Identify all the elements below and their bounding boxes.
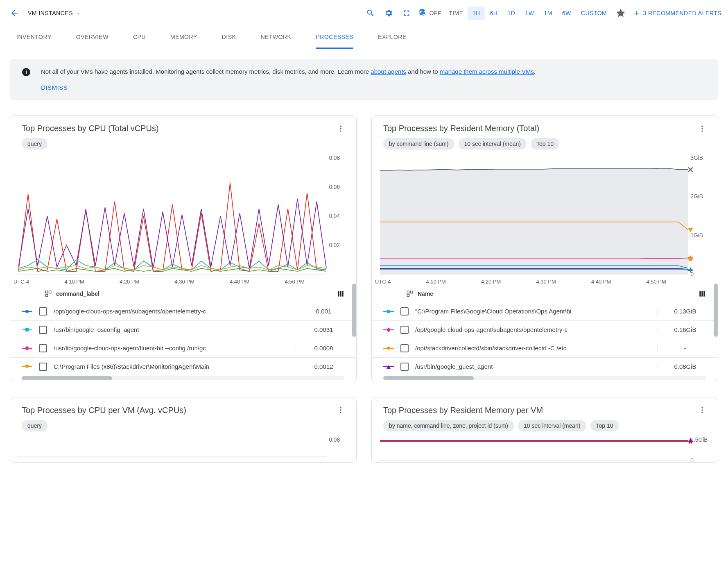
- card-more-button[interactable]: [698, 125, 706, 133]
- search-icon: [366, 9, 375, 18]
- tab-network[interactable]: NETWORK: [260, 26, 291, 49]
- series-checkbox[interactable]: [400, 307, 409, 315]
- x-axis: UTC-44:10 PM4:20 PM4:30 PM4:40 PM4:50 PM: [10, 276, 356, 286]
- filter-chip[interactable]: by command line (sum): [383, 138, 454, 150]
- gear-icon: [384, 9, 393, 18]
- dismiss-button[interactable]: DISMISS: [41, 83, 536, 93]
- svg-rect-14: [338, 291, 339, 296]
- series-checkbox[interactable]: [39, 307, 47, 315]
- fullscreen-icon: [402, 9, 411, 18]
- svg-rect-42: [699, 291, 701, 296]
- svg-text:3GiB: 3GiB: [690, 155, 703, 161]
- cards-grid: Top Processes by CPU (Total vCPUs)query0…: [0, 100, 728, 477]
- svg-rect-41: [407, 294, 409, 296]
- svg-rect-13: [45, 294, 47, 296]
- time-range-1h[interactable]: 1H: [468, 7, 485, 20]
- tab-cpu[interactable]: CPU: [133, 26, 146, 49]
- card-title: Top Processes by Resident Memory per VM: [383, 406, 543, 415]
- horizontal-scrollbar[interactable]: [22, 376, 345, 380]
- series-marker: [383, 364, 394, 370]
- svg-text:1.5GiB: 1.5GiB: [690, 436, 708, 443]
- filter-chip[interactable]: Top 10: [590, 420, 619, 431]
- series-value: -: [657, 345, 706, 352]
- series-name: /opt/stackdriver/collectd/sbin/stackdriv…: [415, 345, 651, 352]
- series-marker: [22, 309, 32, 314]
- filter-chip[interactable]: Top 10: [531, 138, 559, 150]
- tab-overview[interactable]: OVERVIEW: [76, 26, 109, 49]
- time-range-1m[interactable]: 1M: [539, 7, 557, 20]
- chart-area[interactable]: 0.08: [10, 436, 356, 458]
- svg-text:2GiB: 2GiB: [690, 193, 703, 200]
- favorite-button[interactable]: [612, 4, 630, 22]
- about-agents-link[interactable]: about agents: [371, 68, 406, 75]
- title-dropdown[interactable]: VM INSTANCES: [28, 10, 81, 16]
- svg-rect-40: [411, 291, 413, 293]
- svg-text:0: 0: [690, 457, 694, 462]
- time-range-custom[interactable]: CUSTOM: [576, 7, 612, 20]
- series-checkbox[interactable]: [400, 363, 409, 371]
- chart-card: Top Processes by CPU per VM (Avg. vCPUs)…: [10, 397, 357, 463]
- time-range-1d[interactable]: 1D: [502, 7, 520, 20]
- refresh-icon: [419, 9, 427, 17]
- svg-point-57: [701, 409, 703, 411]
- svg-text:0.06: 0.06: [329, 184, 340, 190]
- series-value: 0.08GiB: [657, 363, 706, 370]
- more-vert-icon: [337, 406, 345, 414]
- series-checkbox[interactable]: [39, 344, 47, 352]
- notice-body: Not all of your VMs have agents installe…: [41, 67, 536, 92]
- series-value: 0.13GiB: [657, 308, 706, 315]
- series-name: /usr/bin/google_osconfig_agent: [54, 326, 289, 333]
- tab-explore[interactable]: EXPLORE: [378, 26, 407, 49]
- filter-chip[interactable]: 10 sec interval (mean): [518, 420, 586, 431]
- svg-text:0.02: 0.02: [329, 242, 340, 248]
- tab-disk[interactable]: DISK: [222, 26, 236, 49]
- back-button[interactable]: [7, 5, 23, 21]
- filter-chip[interactable]: by name, command line, zone, project id …: [383, 420, 514, 431]
- card-title: Top Processes by CPU per VM (Avg. vCPUs): [22, 406, 186, 415]
- time-range-6w[interactable]: 6W: [557, 7, 576, 20]
- svg-rect-43: [701, 291, 703, 296]
- series-marker: [22, 345, 32, 351]
- legend-header: Name: [372, 286, 718, 302]
- chart-area[interactable]: 0.020.040.060.08: [10, 154, 356, 276]
- filter-chip[interactable]: query: [22, 420, 47, 431]
- series-value: 0.0008: [296, 345, 345, 352]
- arrow-left-icon: [10, 8, 20, 18]
- time-range-1w[interactable]: 1W: [520, 7, 539, 20]
- columns-icon[interactable]: [698, 290, 706, 298]
- legend-body: /opt/google-cloud-ops-agent/subagents/op…: [10, 302, 356, 376]
- tab-processes[interactable]: PROCESSES: [316, 26, 353, 49]
- manage-vms-link[interactable]: manage them across multiple VMs: [440, 68, 534, 75]
- card-more-button[interactable]: [337, 125, 345, 133]
- series-checkbox[interactable]: [400, 344, 409, 352]
- series-checkbox[interactable]: [400, 326, 409, 334]
- search-button[interactable]: [362, 4, 380, 22]
- settings-button[interactable]: [380, 4, 398, 22]
- legend-row: /opt/stackdriver/collectd/sbin/stackdriv…: [372, 339, 718, 358]
- horizontal-scrollbar[interactable]: [383, 376, 706, 380]
- auto-refresh-toggle[interactable]: OFF: [419, 9, 442, 17]
- legend-row: "C:\Program Files\Google\Cloud Operation…: [372, 302, 718, 321]
- card-more-button[interactable]: [698, 406, 706, 414]
- svg-rect-11: [45, 291, 47, 293]
- svg-rect-22: [25, 346, 29, 350]
- filter-chip[interactable]: query: [22, 138, 47, 150]
- legend-row: C:\Program Files (x86)\Stackdriver\Monit…: [10, 358, 356, 376]
- fullscreen-button[interactable]: [398, 4, 416, 22]
- columns-icon[interactable]: [337, 290, 345, 298]
- x-axis: UTC-44:10 PM4:20 PM4:30 PM4:40 PM4:50 PM: [372, 276, 718, 286]
- recommended-alerts-button[interactable]: 3 RECOMMENDED ALERTS: [633, 9, 721, 17]
- series-checkbox[interactable]: [39, 326, 47, 334]
- time-range-6h[interactable]: 6H: [485, 7, 503, 20]
- series-checkbox[interactable]: [39, 363, 47, 371]
- series-name: /opt/google-cloud-ops-agent/subagents/op…: [415, 326, 651, 333]
- tab-memory[interactable]: MEMORY: [170, 26, 197, 49]
- card-more-button[interactable]: [337, 406, 345, 414]
- filter-chip[interactable]: 10 sec interval (mean): [459, 138, 527, 150]
- nav-tabs: INVENTORYOVERVIEWCPUMEMORYDISKNETWORKPRO…: [0, 26, 728, 49]
- chart-area[interactable]: 1.5GiB0: [372, 436, 718, 463]
- svg-rect-2: [26, 70, 27, 70]
- svg-point-51: [340, 407, 341, 409]
- chart-area[interactable]: 1GiB2GiB3GiB0: [372, 154, 718, 276]
- tab-inventory[interactable]: INVENTORY: [16, 26, 52, 49]
